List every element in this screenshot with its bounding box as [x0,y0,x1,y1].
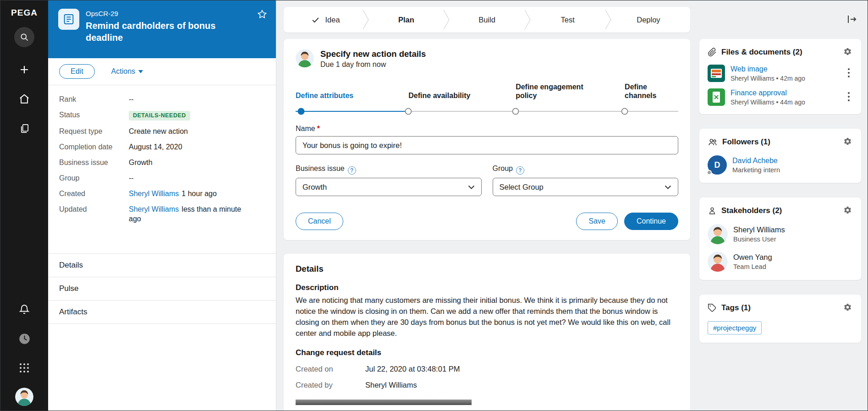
history-icon[interactable] [14,332,34,345]
field-label: Completion date [59,142,129,152]
gear-icon[interactable] [842,46,853,58]
edit-button[interactable]: Edit [59,64,95,79]
field-label: Created [59,189,129,198]
case-type-icon [58,9,79,30]
form-header-text: Specify new action details Due 1 day fro… [320,49,426,69]
field-created: Created Sheryl Williams1 hour ago [59,189,265,198]
created-by-link[interactable]: Sheryl Williams [129,190,179,197]
case-sections: Details Pulse Artifacts [48,253,276,324]
stage-label: Build [478,16,495,24]
business-issue-value: Growth [302,183,327,192]
kebab-menu-icon[interactable] [845,90,853,105]
stakeholder-name: Sheryl Williams [733,225,785,234]
follower-role: Marketing intern [732,166,780,174]
name-input[interactable] [296,136,678,154]
case-fields: Rank -- Status DETAILS-NEEDED Request ty… [48,85,276,230]
cancel-button[interactable]: Cancel [296,213,343,230]
gear-icon[interactable] [842,302,853,314]
actions-menu-label: Actions [111,67,135,76]
field-value: Sheryl Williams1 hour ago [129,189,217,198]
create-icon[interactable] [14,63,34,77]
change-request-rows: Created on Jul 22, 2020 at 03:48:01 PM C… [296,361,678,393]
case-header: OpsCR-29 Remind cardholders of bonus dea… [48,0,276,58]
stage-deploy: Deploy [611,16,686,24]
files-card-header: Files & documents (2) [708,46,853,58]
help-icon[interactable] [348,166,356,175]
change-request-heading: Change request details [296,348,678,357]
step-define-availability: Define availability [408,91,470,100]
field-label: Business issue [59,158,129,167]
stage-label: Deploy [637,16,660,24]
gear-icon[interactable] [842,136,853,148]
field-group: Group -- [59,173,265,183]
stakeholder-role: Team Lead [733,263,772,270]
field-label: Request type [59,126,129,136]
step-define-engagement-policy: Define engagement policy [516,82,596,100]
section-pulse[interactable]: Pulse [48,277,276,300]
file-name-link[interactable]: Finance approval [731,89,839,97]
follower-name-link[interactable]: David Achebe [732,157,780,165]
stage-test: Test [531,16,605,24]
help-icon[interactable] [516,166,524,175]
follower-item: D David Achebe Marketing intern [708,155,853,175]
star-icon[interactable] [256,8,269,22]
field-updated: Updated Sheryl Williamsless than a minut… [59,204,265,224]
updated-by-link[interactable]: Sheryl Williams [129,205,179,213]
field-status: Status DETAILS-NEEDED [59,110,265,121]
tags-card-title: Tags (1) [721,303,838,312]
search-icon[interactable] [14,27,34,47]
business-issue-select[interactable]: Growth [296,178,482,196]
avatar-initial: D [714,160,720,170]
check-icon [311,16,320,24]
field-value: -- [129,94,134,104]
field-completion-date: Completion date August 14, 2020 [59,142,265,152]
row-value: Jul 22, 2020 at 03:48:01 PM [365,365,460,373]
documents-icon[interactable] [14,121,34,135]
tags-card-header: Tags (1) [708,302,853,314]
file-thumbnail-finance-approval[interactable] [708,88,725,106]
save-button[interactable]: Save [576,213,617,230]
notifications-icon[interactable] [14,302,34,316]
chevron-down-icon [468,185,475,189]
required-marker: * [317,125,320,132]
home-icon[interactable] [14,92,34,106]
collapse-panel-icon[interactable] [845,12,859,28]
field-value: DETAILS-NEEDED [129,110,190,121]
actions-menu-button[interactable]: Actions [109,67,146,76]
followers-card-header: Followers (1) [708,136,853,148]
gear-icon[interactable] [842,205,853,217]
step-dot [405,108,412,115]
kebab-menu-icon[interactable] [845,66,853,81]
section-artifacts[interactable]: Artifacts [48,300,276,324]
field-value: Create new action [129,126,188,136]
follower-avatar: D [708,155,727,175]
followers-card: Followers (1) D David Achebe Marketing i… [699,129,861,183]
tag-chip[interactable]: #projectpeggy [708,321,762,334]
group-field: Group Select Group [493,164,679,196]
app-rail: PEGA [0,0,48,411]
created-time: 1 hour ago [181,190,217,197]
details-title: Details [296,264,678,274]
user-avatar[interactable] [15,388,33,406]
file-name-link[interactable]: Web image [731,65,839,73]
horizontal-scrollbar[interactable] [296,400,472,405]
step-define-channels: Define channels [625,82,678,100]
center-column: Specify new action details Due 1 day fro… [284,39,690,411]
step-dot-active [298,108,305,115]
continue-button[interactable]: Continue [624,213,678,230]
description-text: We are noticing that many customers are … [296,295,678,339]
business-issue-field: Business issue Growth [296,164,482,196]
stakeholder-info: Sheryl Williams Business User [733,225,785,243]
tag-icon [708,303,717,312]
stage-label: Idea [325,16,340,24]
file-info: Finance approval Sheryl Williams • 44m a… [731,89,839,106]
group-select[interactable]: Select Group [493,178,679,196]
file-thumbnail-web-image[interactable] [708,65,725,82]
stakeholder-info: Owen Yang Team Lead [733,253,772,270]
app-grid-icon[interactable] [14,361,34,375]
section-details[interactable]: Details [48,253,276,277]
main-content: Idea Plan Build Test Deploy [276,0,868,411]
details-card: Details Description We are noticing that… [284,254,690,411]
stage-separator-icon [524,10,531,30]
caret-down-icon [138,70,143,73]
